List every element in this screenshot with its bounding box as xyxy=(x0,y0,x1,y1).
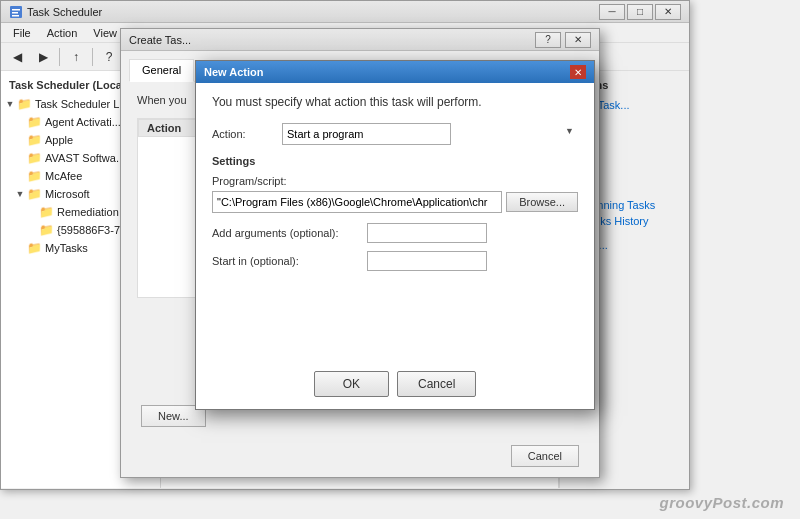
program-label: Program/script: xyxy=(212,175,578,187)
program-row: Browse... xyxy=(212,191,578,213)
create-task-title-bar: Create Tas... ? ✕ xyxy=(121,29,599,51)
sidebar-item-label: MyTasks xyxy=(45,242,88,254)
tab-general[interactable]: General xyxy=(129,59,194,82)
folder-icon: 📁 xyxy=(27,115,42,129)
new-action-close-button[interactable]: ✕ xyxy=(570,65,586,79)
sidebar-item-label: McAfee xyxy=(45,170,82,182)
watermark: groovyPost.com xyxy=(659,494,784,511)
expand-icon: ▼ xyxy=(5,99,15,109)
expand-icon: ▼ xyxy=(15,189,25,199)
expand-icon xyxy=(15,135,25,145)
sidebar-item-label: Remediation xyxy=(57,206,119,218)
expand-icon xyxy=(15,243,25,253)
sidebar-item-label: Agent Activati... xyxy=(45,116,121,128)
action-col-label: Action xyxy=(147,122,181,134)
add-args-input[interactable] xyxy=(367,223,487,243)
menu-action[interactable]: Action xyxy=(39,25,86,41)
folder-icon: 📁 xyxy=(39,223,54,237)
add-args-row: Add arguments (optional): xyxy=(212,223,578,243)
folder-icon: 📁 xyxy=(27,151,42,165)
folder-icon: 📁 xyxy=(27,187,42,201)
toolbar-separator-1 xyxy=(59,48,60,66)
action-label: Action: xyxy=(212,128,282,140)
toolbar-separator-2 xyxy=(92,48,93,66)
new-action-dialog: New Action ✕ You must specify what actio… xyxy=(195,60,595,410)
menu-file[interactable]: File xyxy=(5,25,39,41)
action-select[interactable]: Start a program Send an e-mail (deprecat… xyxy=(282,123,451,145)
sidebar-item-label: AVAST Softwa... xyxy=(45,152,125,164)
ok-button[interactable]: OK xyxy=(314,371,389,397)
sidebar-item-label: Apple xyxy=(45,134,73,146)
create-task-help-button[interactable]: ? xyxy=(535,32,561,48)
svg-rect-3 xyxy=(12,15,19,17)
new-action-content: You must specify what action this task w… xyxy=(196,83,594,291)
expand-icon xyxy=(27,207,37,217)
expand-icon xyxy=(15,171,25,181)
settings-header: Settings xyxy=(212,155,578,167)
help-button[interactable]: ? xyxy=(97,46,121,68)
new-action-footer: OK Cancel xyxy=(196,371,594,397)
cancel-button[interactable]: Cancel xyxy=(397,371,476,397)
create-task-title-text: Create Tas... xyxy=(129,34,535,46)
forward-button[interactable]: ▶ xyxy=(31,46,55,68)
svg-rect-1 xyxy=(12,9,20,11)
folder-icon: 📁 xyxy=(39,205,54,219)
maximize-button[interactable]: □ xyxy=(627,4,653,20)
new-action-description: You must specify what action this task w… xyxy=(212,95,578,109)
folder-icon: 📁 xyxy=(27,241,42,255)
up-button[interactable]: ↑ xyxy=(64,46,88,68)
expand-icon xyxy=(27,225,37,235)
app-icon xyxy=(9,5,23,19)
window-controls: ─ □ ✕ xyxy=(599,4,681,20)
program-input[interactable] xyxy=(212,191,502,213)
new-action-title-text: New Action xyxy=(204,66,570,78)
create-task-close-button[interactable]: ✕ xyxy=(565,32,591,48)
main-title-bar: Task Scheduler ─ □ ✕ xyxy=(1,1,689,23)
close-button[interactable]: ✕ xyxy=(655,4,681,20)
expand-icon xyxy=(15,153,25,163)
add-args-label: Add arguments (optional): xyxy=(212,227,367,239)
start-in-row: Start in (optional): xyxy=(212,251,578,271)
browse-button[interactable]: Browse... xyxy=(506,192,578,212)
folder-icon: 📁 xyxy=(27,133,42,147)
expand-icon xyxy=(15,117,25,127)
svg-rect-2 xyxy=(12,12,18,14)
start-in-label: Start in (optional): xyxy=(212,255,367,267)
start-in-input[interactable] xyxy=(367,251,487,271)
minimize-button[interactable]: ─ xyxy=(599,4,625,20)
folder-icon: 📁 xyxy=(17,97,32,111)
cancel-btn-area: Cancel xyxy=(511,445,579,467)
create-task-cancel-button[interactable]: Cancel xyxy=(511,445,579,467)
back-button[interactable]: ◀ xyxy=(5,46,29,68)
action-select-wrapper: Start a program Send an e-mail (deprecat… xyxy=(282,123,578,145)
main-title: Task Scheduler xyxy=(27,6,599,18)
new-action-title-bar: New Action ✕ xyxy=(196,61,594,83)
action-field-row: Action: Start a program Send an e-mail (… xyxy=(212,123,578,145)
sidebar-item-label: Microsoft xyxy=(45,188,90,200)
folder-icon: 📁 xyxy=(27,169,42,183)
